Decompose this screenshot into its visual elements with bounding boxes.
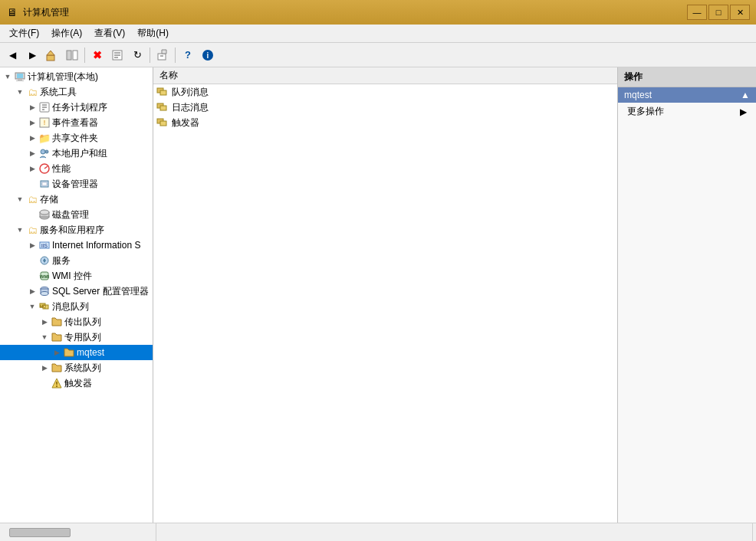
svg-rect-51 <box>160 121 166 126</box>
disk-management-label: 磁盘管理 <box>52 208 89 221</box>
tree-shared-folders[interactable]: ▶ 📁 共享文件夹 <box>0 130 153 146</box>
task-scheduler-expander: ▶ <box>26 101 38 113</box>
right-panel: 操作 mqtest ▲ 更多操作 ▶ <box>618 67 756 523</box>
forward-button[interactable]: ▶ <box>23 46 41 64</box>
svg-point-31 <box>40 210 49 215</box>
refresh-button[interactable]: ↻ <box>128 46 146 64</box>
system-queue-expander: ▶ <box>38 362 51 374</box>
tree-device-manager[interactable]: ▶ 设备管理器 <box>0 176 153 192</box>
triggers-list-label: 触发器 <box>172 116 199 130</box>
tree-system-tools[interactable]: ▼ 🗂 系统工具 <box>0 84 153 100</box>
task-scheduler-label: 任务计划程序 <box>52 101 107 114</box>
list-item-triggers[interactable]: 触发器 <box>153 115 617 130</box>
tree-performance[interactable]: ▶ 性能 <box>0 161 153 176</box>
toolbar-sep-3 <box>175 48 176 63</box>
tree-sql-server[interactable]: ▶ SQL Server 配置管理器 <box>0 284 153 299</box>
tree-triggers[interactable]: ▶ 触发器 <box>0 375 153 391</box>
wmi-icon: WMI <box>38 270 51 282</box>
up-button[interactable] <box>43 46 61 64</box>
about-button[interactable]: i <box>199 46 217 64</box>
toolbar-sep-1 <box>84 48 85 63</box>
toolbar: ◀ ▶ ✖ ↻ ? i <box>0 43 756 67</box>
services-apps-label: 服务和应用程序 <box>40 224 104 237</box>
services-apps-icon: 🗂 <box>26 224 38 236</box>
queue-messages-icon <box>156 86 169 98</box>
properties-button[interactable] <box>108 46 127 64</box>
export-button[interactable] <box>153 46 172 64</box>
delete-button[interactable]: ✖ <box>88 46 107 64</box>
mqtest-icon <box>63 346 75 359</box>
tree-services-apps[interactable]: ▼ 🗂 服务和应用程序 <box>0 222 153 238</box>
svg-point-23 <box>41 149 45 154</box>
list-item-journal-messages[interactable]: 日志消息 <box>153 100 617 115</box>
left-panel: ▼ 计算机管理(本地) ▼ 🗂 系统工具 ▶ 任务计划程序 <box>0 67 153 523</box>
triggers-icon <box>51 377 63 389</box>
svg-point-24 <box>45 150 48 153</box>
menu-help[interactable]: 帮助(H) <box>131 25 175 41</box>
h-scrollbar[interactable] <box>9 528 71 537</box>
triggers-label: 触发器 <box>64 377 92 390</box>
svg-rect-8 <box>158 54 166 60</box>
title-bar: 🖥 计算机管理 — □ ✕ <box>0 0 756 25</box>
journal-messages-label: 日志消息 <box>172 101 209 114</box>
svg-point-39 <box>41 292 48 296</box>
list-item-queue-messages[interactable]: 队列消息 <box>153 84 617 100</box>
svg-rect-0 <box>47 55 54 61</box>
tree-storage[interactable]: ▼ 🗂 存储 <box>0 192 153 207</box>
svg-line-26 <box>44 166 48 169</box>
tree-system-queue[interactable]: ▶ 系统队列 <box>0 360 153 375</box>
tree-outgoing-queue[interactable]: ▶ 传出队列 <box>0 314 153 330</box>
minimize-button[interactable]: — <box>687 5 707 20</box>
close-button[interactable]: ✕ <box>730 5 750 20</box>
menu-view[interactable]: 查看(V) <box>88 25 131 41</box>
toolbar-sep-2 <box>150 48 150 63</box>
system-tools-icon: 🗂 <box>26 86 38 98</box>
performance-icon <box>38 162 51 175</box>
more-actions-item[interactable]: 更多操作 ▶ <box>618 103 756 120</box>
tree-task-scheduler[interactable]: ▶ 任务计划程序 <box>0 100 153 115</box>
help-button[interactable]: ? <box>179 46 197 64</box>
status-left <box>3 523 156 541</box>
actions-section-label: mqtest <box>624 90 652 100</box>
tree-disk-management[interactable]: ▶ 磁盘管理 <box>0 207 153 222</box>
tree-local-users[interactable]: ▶ 本地用户和组 <box>0 146 153 161</box>
svg-marker-1 <box>47 51 54 55</box>
svg-rect-49 <box>160 106 166 110</box>
menu-action[interactable]: 操作(A) <box>45 25 88 41</box>
root-label: 计算机管理(本地) <box>28 70 98 84</box>
svg-marker-9 <box>162 50 166 54</box>
actions-section[interactable]: mqtest ▲ <box>618 87 756 103</box>
computer-icon <box>14 70 26 83</box>
storage-label: 存储 <box>40 193 58 206</box>
private-queue-label: 专用队列 <box>64 331 101 344</box>
tree-message-queue[interactable]: ▼ MQ 消息队列 <box>0 299 153 314</box>
tree-root[interactable]: ▼ 计算机管理(本地) <box>0 69 153 84</box>
back-button[interactable]: ◀ <box>3 46 21 64</box>
shared-expander: ▶ <box>26 132 38 144</box>
tree-wmi[interactable]: ▶ WMI WMI 控件 <box>0 268 153 284</box>
tree-services[interactable]: ▶ 服务 <box>0 253 153 268</box>
maximize-button[interactable]: □ <box>708 5 728 20</box>
menu-file[interactable]: 文件(F) <box>3 25 45 41</box>
iis-icon: IIS <box>38 239 51 251</box>
queue-messages-cell: 队列消息 <box>156 86 614 99</box>
tree-iis[interactable]: ▶ IIS Internet Information S <box>0 238 153 253</box>
task-scheduler-icon <box>38 101 51 113</box>
title-bar-text: 计算机管理 <box>23 6 687 19</box>
outgoing-queue-icon <box>51 316 63 328</box>
tree-mqtest[interactable]: ▶ mqtest <box>0 345 153 360</box>
tree-private-queue[interactable]: ▼ 专用队列 <box>0 330 153 345</box>
tree-event-viewer[interactable]: ▶ ! 事件查看器 <box>0 115 153 130</box>
storage-icon: 🗂 <box>26 193 38 205</box>
services-apps-expander: ▼ <box>14 224 26 236</box>
showhide-button[interactable] <box>63 46 81 64</box>
triggers-cell: 触发器 <box>156 116 614 130</box>
event-viewer-label: 事件查看器 <box>52 116 98 130</box>
device-manager-icon <box>38 178 51 190</box>
shared-folders-icon: 📁 <box>38 132 51 144</box>
system-queue-label: 系统队列 <box>64 362 101 375</box>
svg-rect-47 <box>160 90 166 95</box>
outgoing-queue-label: 传出队列 <box>64 316 101 329</box>
message-queue-label: 消息队列 <box>52 300 89 313</box>
system-tools-label: 系统工具 <box>40 86 77 99</box>
